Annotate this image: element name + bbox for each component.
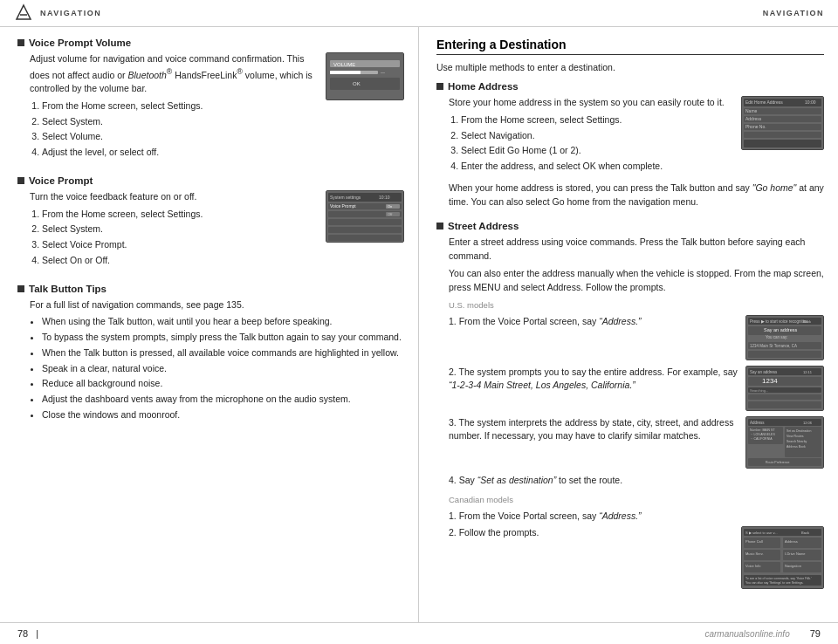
- voice-prompt-text: Turn the voice feedback feature on or of…: [30, 190, 317, 271]
- right-column: Entering a Destination Use multiple meth…: [419, 27, 838, 622]
- canadian-models-label: Canadian models: [449, 494, 824, 506]
- page-footer: 78 | carmanualsonline.info 79: [0, 622, 838, 644]
- footer-separator: |: [36, 628, 38, 639]
- svg-text:Address Book: Address Book: [786, 445, 806, 449]
- svg-text:→ LOS ANGELES: → LOS ANGELES: [750, 433, 775, 436]
- svg-rect-21: [328, 235, 402, 241]
- svg-text:Address: Address: [745, 116, 762, 121]
- step-item: From the Home screen, select Settings.: [42, 208, 317, 222]
- svg-text:1234 Main St  Torrance, CA: 1234 Main St Torrance, CA: [750, 344, 797, 348]
- svg-rect-32: [744, 132, 821, 138]
- svg-text:Off: Off: [388, 212, 393, 216]
- voice-prompt-section: Voice Prompt Turn the voice feedback fea…: [17, 175, 404, 271]
- section-bullet-icon: [436, 83, 443, 90]
- footer-left: 78 |: [17, 628, 44, 639]
- svg-rect-4: [330, 71, 361, 74]
- home-address-title: Home Address: [436, 81, 824, 92]
- svg-text:Phone No.: Phone No.: [745, 124, 766, 129]
- svg-text:Address: Address: [785, 539, 798, 544]
- bullet-item: When the Talk button is pressed, all ava…: [42, 346, 404, 360]
- section-bullet-icon: [17, 39, 24, 46]
- svg-text:10:00: 10:00: [805, 99, 816, 105]
- svg-text:I-Drive Name: I-Drive Name: [785, 552, 806, 556]
- street-address-section: Street Address Enter a street address us…: [436, 221, 824, 589]
- svg-text:→ CALIFORNIA: → CALIFORNIA: [750, 437, 773, 441]
- step-item: Select Edit Go Home (1 or 2).: [461, 144, 732, 158]
- svg-rect-43: [748, 351, 821, 358]
- talk-button-tips-section: Talk Button Tips For a full list of navi…: [17, 284, 404, 422]
- us-step-3: 3. The system interprets the address by …: [449, 416, 824, 469]
- svg-text:Voice Prompt: Voice Prompt: [330, 203, 356, 209]
- svg-rect-6: [330, 78, 400, 90]
- entering-destination-heading: Entering a Destination: [436, 38, 824, 55]
- bullet-item: To bypass the system prompts, simply pre…: [42, 331, 404, 345]
- svg-text:To see a list of voice command: To see a list of voice commands, say 'Vo…: [745, 577, 812, 580]
- voice-prompt-title: Voice Prompt: [17, 175, 404, 186]
- svg-text:Set as Destination: Set as Destination: [786, 429, 811, 433]
- svg-text:Address: Address: [750, 420, 765, 424]
- step-item: Enter the address, and select OK when co…: [461, 160, 732, 174]
- svg-text:Say an address: Say an address: [764, 327, 797, 332]
- home-address-screen-image: Edit Home Address 10:00 Name Address Pho…: [741, 96, 824, 150]
- page-header: NAVIGATION NAVIGATION: [0, 0, 838, 27]
- us-step-1-screen: Press ▶ to start voice recognition Back …: [745, 315, 824, 360]
- svg-text:Search Nearby: Search Nearby: [786, 440, 807, 443]
- section-bullet-icon: [436, 223, 443, 230]
- svg-text:12:06: 12:06: [803, 420, 813, 424]
- talk-button-tips-bullets: When using the Talk button, wait until y…: [42, 315, 404, 421]
- svg-rect-19: [328, 219, 402, 225]
- section-bullet-icon: [17, 285, 24, 292]
- voice-prompt-volume-body: Adjust volume for navigation and voice c…: [30, 52, 404, 163]
- header-right: NAVIGATION: [763, 9, 824, 17]
- home-address-content: Store your home address in the system so…: [449, 96, 824, 177]
- voice-prompt-body: Turn the voice feedback feature on or of…: [30, 190, 404, 271]
- svg-rect-53: [748, 401, 821, 408]
- system-settings-screen-placeholder: System settings 10:10 Voice Prompt On Of…: [326, 190, 404, 243]
- street-address-title: Street Address: [436, 221, 824, 231]
- svg-rect-48: [748, 377, 821, 386]
- svg-text:VOLUME: VOLUME: [333, 62, 355, 67]
- header-left-title: NAVIGATION: [40, 9, 101, 17]
- us-step-2: 2. The system prompts you to say the ent…: [449, 366, 824, 411]
- edit-home-address-placeholder: Edit Home Address 10:00 Name Address Pho…: [741, 96, 824, 150]
- step-item: Select System.: [42, 223, 317, 236]
- header-right-title: NAVIGATION: [763, 9, 824, 17]
- svg-text:System settings: System settings: [330, 195, 361, 200]
- voice-prompt-volume-text: Adjust volume for navigation and voice c…: [30, 52, 317, 163]
- step-item: Select On or Off.: [42, 254, 317, 268]
- step-item: From the Home screen, select Settings.: [42, 99, 317, 113]
- svg-text:—: —: [381, 70, 385, 75]
- bullet-item: Reduce all background noise.: [42, 377, 404, 391]
- talk-button-tips-body: For a full list of navigation commands, …: [30, 298, 404, 422]
- voice-prompt-volume-section: Voice Prompt Volume Adjust volume for na…: [17, 38, 404, 163]
- svg-text:Music Serv.: Music Serv.: [745, 552, 764, 556]
- svg-rect-0: [326, 53, 403, 99]
- svg-rect-20: [328, 227, 402, 233]
- svg-text:OK: OK: [353, 81, 361, 86]
- bullet-item: Speak in a clear, natural voice.: [42, 362, 404, 376]
- talk-button-tips-title: Talk Button Tips: [17, 284, 404, 294]
- canadian-step-2-screen: S ▶ select to use v... Back Phone Call A…: [741, 526, 824, 589]
- bullet-item: When using the Talk button, wait until y…: [42, 315, 404, 329]
- bullet-item: Close the windows and moonroof.: [42, 408, 404, 422]
- step-item: Select Volume.: [42, 130, 317, 144]
- svg-rect-52: [748, 394, 821, 400]
- svg-text:Route Preference: Route Preference: [766, 460, 789, 463]
- voice-prompt-content: Turn the voice feedback feature on or of…: [30, 190, 404, 271]
- home-address-steps: From the Home screen, select Settings. S…: [461, 113, 732, 174]
- page-number-right: 79: [810, 628, 821, 639]
- svg-text:You can also say 'Settings' to: You can also say 'Settings' to see Setti…: [745, 581, 803, 585]
- svg-text:12:11: 12:11: [803, 369, 813, 373]
- us-step-4: 4. Say “Set as destination” to set the r…: [449, 474, 824, 488]
- voice-prompt-steps: From the Home screen, select Settings. S…: [42, 208, 317, 268]
- footer-right: carmanualsonline.info 79: [704, 628, 821, 639]
- bullet-item: Adjust the dashboard vents away from the…: [42, 393, 404, 407]
- system-settings-screen-image: System settings 10:10 Voice Prompt On Of…: [326, 190, 404, 243]
- svg-text:Searching...: Searching...: [750, 387, 768, 392]
- svg-text:Number: MAIN ST: Number: MAIN ST: [750, 428, 775, 432]
- street-address-body: Enter a street address using voice comma…: [449, 236, 824, 589]
- svg-text:Back: Back: [801, 531, 809, 535]
- volume-screen-image: VOLUME — OK: [326, 52, 404, 100]
- canadian-step-2: 2. Follow the prompts. S ▶ select to use…: [449, 526, 824, 589]
- us-step-1: 1. From the Voice Portal screen, say “Ad…: [449, 315, 824, 360]
